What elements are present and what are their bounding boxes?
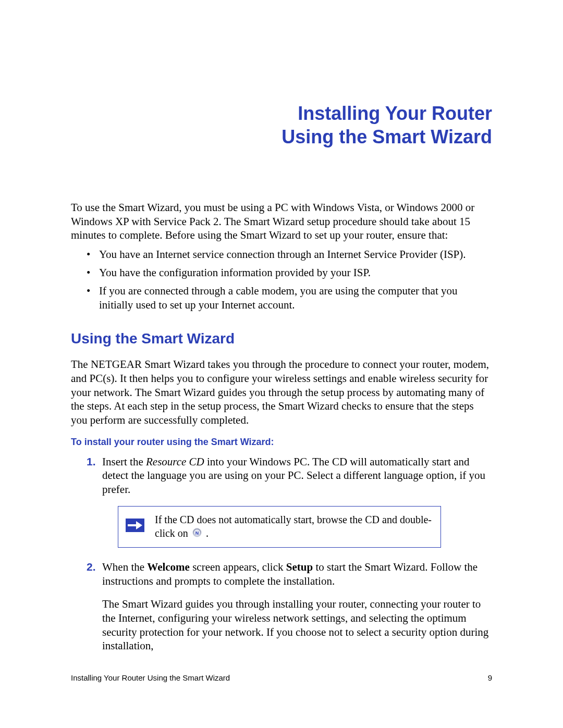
- document-page: Installing Your Router Using the Smart W…: [0, 0, 563, 653]
- step-2-bold-welcome: Welcome: [147, 561, 190, 573]
- step-2-text-a: When the: [102, 561, 147, 573]
- intro-paragraph: To use the Smart Wizard, you must be usi…: [71, 201, 492, 242]
- svg-rect-1: [128, 524, 137, 526]
- list-item: You have an Internet service connection …: [87, 248, 492, 262]
- step-1-italic: Resource CD: [146, 455, 204, 468]
- chapter-title-line2: Using the Smart Wizard: [282, 126, 492, 147]
- prerequisite-list: You have an Internet service connection …: [71, 248, 492, 312]
- chapter-title: Installing Your Router Using the Smart W…: [71, 102, 492, 149]
- procedure-steps: Insert the Resource CD into your Windows…: [71, 455, 492, 653]
- note-text-suffix: .: [203, 527, 209, 539]
- chapter-title-line1: Installing Your Router: [298, 103, 492, 124]
- svg-text:N: N: [195, 530, 199, 536]
- step-2-bold-setup: Setup: [286, 561, 313, 573]
- procedure-lead: To install your router using the Smart W…: [71, 437, 492, 448]
- note-text: If the CD does not automatically start, …: [155, 513, 433, 541]
- step-1-text-a: Insert the: [102, 455, 146, 468]
- gear-n-icon: N: [192, 527, 202, 541]
- footer-section-title: Installing Your Router Using the Smart W…: [71, 673, 230, 682]
- note-callout: If the CD does not automatically start, …: [118, 506, 441, 548]
- arrow-right-icon: [126, 519, 144, 536]
- step-2-text-b: screen appears, click: [190, 561, 286, 573]
- section-heading: Using the Smart Wizard: [71, 330, 492, 347]
- step-2: When the Welcome screen appears, click S…: [87, 560, 492, 653]
- list-item: If you are connected through a cable mod…: [87, 284, 492, 312]
- footer-page-number: 9: [488, 673, 492, 682]
- page-footer: Installing Your Router Using the Smart W…: [71, 673, 492, 682]
- section-paragraph: The NETGEAR Smart Wizard takes you throu…: [71, 357, 492, 427]
- step-1: Insert the Resource CD into your Windows…: [87, 455, 492, 548]
- list-item: You have the configuration information p…: [87, 266, 492, 280]
- step-2-continuation: The Smart Wizard guides you through inst…: [102, 597, 492, 653]
